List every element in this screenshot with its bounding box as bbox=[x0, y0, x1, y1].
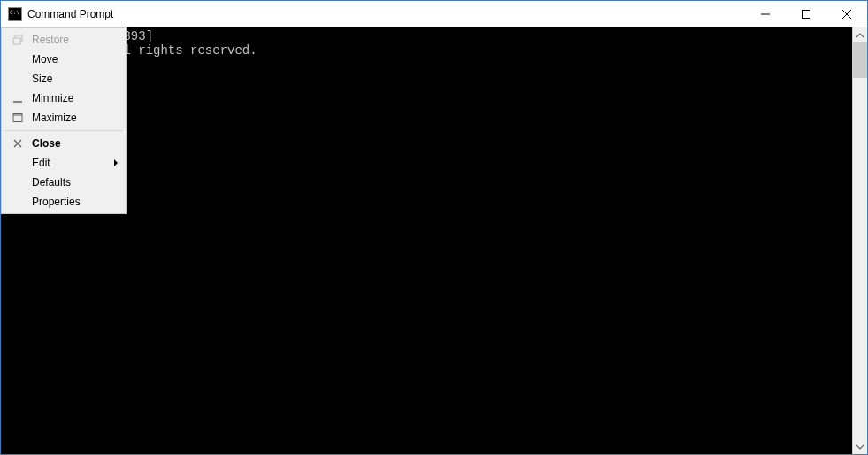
menu-label: Size bbox=[32, 73, 106, 85]
menu-item-properties[interactable]: Properties bbox=[4, 192, 124, 212]
menu-item-move[interactable]: Move bbox=[4, 50, 124, 69]
menu-label: Close bbox=[32, 137, 106, 150]
scroll-down-button[interactable] bbox=[853, 439, 867, 454]
menu-label: Move bbox=[32, 53, 106, 66]
window-controls bbox=[745, 1, 867, 27]
close-button[interactable] bbox=[826, 1, 867, 27]
app-icon[interactable] bbox=[8, 7, 22, 21]
submenu-arrow-icon bbox=[113, 159, 119, 166]
maximize-icon bbox=[802, 10, 810, 19]
restore-icon bbox=[11, 33, 25, 47]
titlebar: Command Prompt bbox=[1, 1, 867, 27]
blank-icon bbox=[11, 72, 25, 86]
window-title: Command Prompt bbox=[27, 8, 745, 20]
chevron-up-icon bbox=[856, 32, 864, 39]
scrollbar-thumb[interactable] bbox=[853, 42, 867, 78]
svg-rect-2 bbox=[13, 38, 20, 44]
terminal-output[interactable]: [Version 10.0.14393] Corporation. All ri… bbox=[1, 27, 852, 454]
menu-label: Minimize bbox=[32, 92, 106, 104]
close-icon bbox=[11, 136, 25, 150]
menu-item-maximize[interactable]: Maximize bbox=[4, 108, 124, 127]
menu-item-edit[interactable]: Edit bbox=[4, 153, 124, 173]
menu-item-minimize[interactable]: Minimize bbox=[4, 89, 124, 108]
menu-item-restore: Restore bbox=[4, 30, 124, 50]
scrollbar-track[interactable] bbox=[853, 42, 867, 439]
close-icon bbox=[842, 10, 851, 19]
menu-item-defaults[interactable]: Defaults bbox=[4, 173, 124, 192]
maximize-icon bbox=[11, 111, 25, 125]
chevron-down-icon bbox=[856, 443, 864, 451]
maximize-button[interactable] bbox=[786, 1, 826, 27]
menu-label: Maximize bbox=[32, 112, 106, 124]
client-area: [Version 10.0.14393] Corporation. All ri… bbox=[1, 27, 867, 454]
menu-item-size[interactable]: Size bbox=[4, 69, 124, 89]
svg-rect-0 bbox=[803, 10, 810, 18]
menu-label: Restore bbox=[32, 34, 106, 46]
vertical-scrollbar[interactable] bbox=[852, 27, 867, 454]
system-menu: Restore Move Size Minimize Maximize bbox=[1, 27, 127, 214]
blank-icon bbox=[11, 175, 25, 189]
blank-icon bbox=[11, 195, 25, 209]
menu-label: Edit bbox=[32, 157, 106, 169]
menu-separator bbox=[4, 130, 123, 131]
minimize-icon bbox=[761, 10, 770, 19]
minimize-icon bbox=[11, 91, 25, 105]
blank-icon bbox=[11, 156, 25, 170]
blank-icon bbox=[11, 52, 25, 66]
menu-label: Properties bbox=[32, 196, 106, 208]
menu-label: Defaults bbox=[32, 176, 106, 189]
menu-item-close[interactable]: Close bbox=[4, 134, 124, 153]
scroll-up-button[interactable] bbox=[853, 27, 867, 42]
minimize-button[interactable] bbox=[745, 1, 786, 27]
